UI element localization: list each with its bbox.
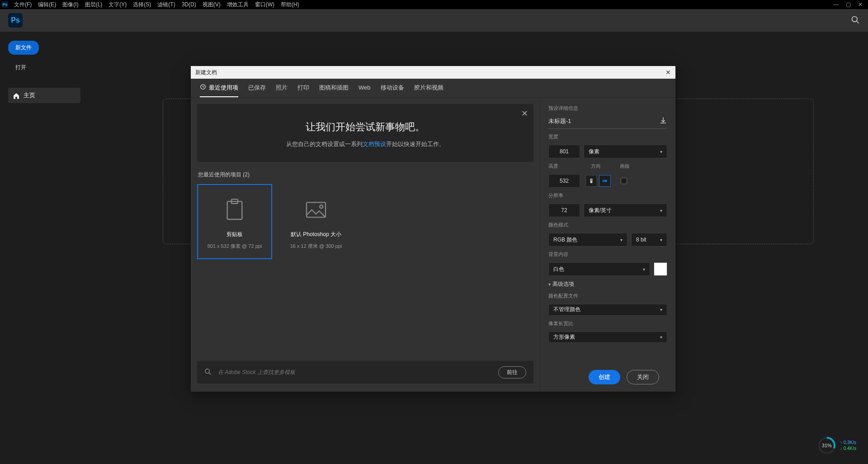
background-color-swatch[interactable] [654,262,667,276]
preset-default-ps[interactable]: 默认 Photoshop 大小 16 x 12 厘米 @ 300 ppi [278,184,354,259]
menu-image[interactable]: 图像(I) [59,0,81,9]
window-close-icon[interactable]: ✕ [854,0,866,9]
svg-point-10 [591,180,592,180]
orientation-label: 方向 [591,163,601,170]
chevron-down-icon: ▾ [660,237,662,242]
menu-type[interactable]: 文字(Y) [105,0,130,9]
chevron-down-icon: ▾ [660,208,662,213]
tab-print[interactable]: 打印 [297,79,309,97]
details-heading: 预设详细信息 [548,105,667,112]
tab-label: 图稿和插图 [319,84,349,92]
hero-title: 让我们开始尝试新事物吧。 [215,120,515,134]
network-widget: 31% ↑ 0.3K/s ↓ 0.4K/s [814,434,861,457]
height-input[interactable] [548,174,580,188]
tab-saved[interactable]: 已保存 [248,79,266,97]
menu-filter[interactable]: 滤镜(T) [154,0,178,9]
select-value: 白色 [553,265,564,273]
hero-link[interactable]: 文档预设 [363,141,386,147]
bit-depth-select[interactable]: 8 bit▾ [631,233,667,246]
menu-select[interactable]: 选择(S) [130,0,154,9]
artboard-checkbox[interactable] [621,178,627,184]
menu-file[interactable]: 文件(F) [11,0,35,9]
chevron-down-icon: ▾ [660,307,662,312]
save-preset-icon[interactable] [659,116,667,126]
select-value: 像素/英寸 [589,207,612,214]
svg-point-7 [205,369,209,373]
menu-bar: Ps 文件(F) 编辑(E) 图像(I) 图层(L) 文字(Y) 选择(S) 滤… [0,0,868,9]
preset-title: 默认 Photoshop 大小 [291,231,341,238]
search-icon [204,368,212,377]
tab-photo[interactable]: 照片 [276,79,288,97]
tab-label: 最近使用项 [209,84,238,92]
select-value: 不管理颜色 [553,306,580,313]
dialog-titlebar: 新建文档 ✕ [191,66,675,79]
tab-label: Web [359,84,371,91]
width-unit-select[interactable]: 像素▾ [584,145,667,158]
orientation-landscape-button[interactable] [599,175,611,187]
menu-help[interactable]: 帮助(H) [278,0,302,9]
preset-clipboard[interactable]: 剪贴板 801 x 532 像素 @ 72 ppi [197,184,272,259]
svg-point-6 [320,205,323,208]
dialog-close-icon[interactable]: ✕ [665,69,671,76]
color-mode-label: 颜色模式 [548,222,667,228]
advanced-toggle[interactable]: ▾ 高级选项 [548,280,667,288]
menu-layer[interactable]: 图层(L) [82,0,106,9]
create-button[interactable]: 创建 [589,370,620,384]
stock-search-input[interactable] [218,369,492,375]
tab-web[interactable]: Web [359,79,371,97]
menu-3d[interactable]: 3D(D) [179,0,199,9]
select-value: 像素 [589,148,599,156]
dialog-title: 新建文档 [195,69,217,76]
menu-view[interactable]: 视图(V) [199,0,224,9]
tab-label: 已保存 [248,84,266,92]
new-file-button[interactable]: 新文件 [8,41,39,55]
home-icon [13,92,19,99]
menu-window[interactable]: 窗口(W) [252,0,278,9]
width-input[interactable] [548,145,580,158]
color-profile-select[interactable]: 不管理颜色▾ [548,304,667,316]
preset-details-panel: 预设详细信息 宽度 像素▾ 高度 方向 画板 [540,98,675,392]
search-icon[interactable] [851,15,860,26]
tab-label: 打印 [297,84,309,92]
image-icon [300,194,332,226]
sidebar-item-home[interactable]: 主页 [8,88,80,103]
tab-label: 移动设备 [381,84,404,92]
stock-go-button[interactable]: 前往 [498,366,526,379]
orientation-portrait-button[interactable] [585,175,597,187]
svg-rect-11 [603,180,607,182]
svg-rect-9 [590,179,593,183]
window-restore-icon[interactable]: ▢ [842,0,854,9]
close-button[interactable]: 关闭 [627,370,659,384]
app-header: Ps [0,9,868,32]
background-label: 背景内容 [548,251,667,258]
select-value: RGB 颜色 [553,236,577,244]
tab-art[interactable]: 图稿和插图 [319,79,349,97]
color-mode-select[interactable]: RGB 颜色▾ [548,233,627,246]
home-sidebar: 新文件 打开 主页 [0,32,86,464]
hero-close-icon[interactable]: ✕ [521,109,528,118]
document-name-input[interactable] [548,118,656,124]
background-select[interactable]: 白色▾ [548,262,650,276]
window-minimize-icon[interactable]: — [830,0,842,9]
open-button[interactable]: 打开 [8,61,33,74]
svg-point-12 [604,180,604,181]
svg-rect-3 [227,201,242,219]
svg-line-1 [857,21,859,23]
width-label: 宽度 [548,133,667,140]
resolution-label: 分辨率 [548,192,667,199]
tab-film[interactable]: 胶片和视频 [414,79,443,97]
artboard-label: 画板 [620,163,630,170]
tab-mobile[interactable]: 移动设备 [381,79,404,97]
chevron-down-icon: ▾ [660,149,662,154]
resolution-unit-select[interactable]: 像素/英寸▾ [584,204,667,217]
advanced-label: 高级选项 [552,280,574,288]
clipboard-icon [218,194,251,226]
menu-plugins[interactable]: 增效工具 [224,0,252,9]
select-value: 8 bit [636,237,646,243]
tab-recent[interactable]: 最近使用项 [200,79,238,97]
resolution-input[interactable] [548,204,580,217]
tab-label: 照片 [276,84,288,92]
menu-edit[interactable]: 编辑(E) [35,0,59,9]
tab-label: 胶片和视频 [414,84,443,92]
pixel-aspect-select[interactable]: 方形像素▾ [548,331,667,343]
